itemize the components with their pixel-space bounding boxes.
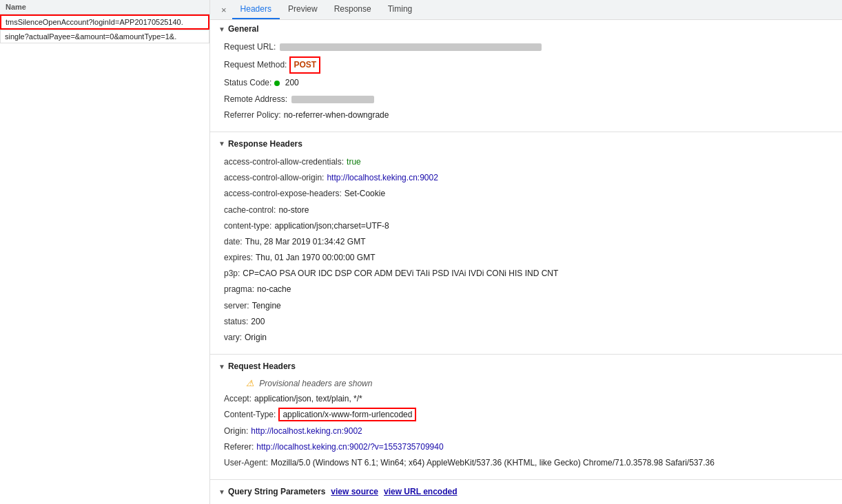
request-headers-section: ▼ Request Headers ⚠ Provisional headers … [210,357,842,476]
response-headers-section-header[interactable]: ▼ Response Headers [210,135,842,153]
reqh-row-1: Content-Type: application/x-www-form-url… [224,407,842,423]
referrer-policy-label: Referrer Policy: [224,109,284,122]
rh-row-2: access-control-expose-headers: Set-Cooki… [224,186,842,202]
post-badge: POST [289,56,320,74]
rh-row-10: status: 200 [224,314,842,330]
reqh-row-4: User-Agent: Mozilla/5.0 (Windows NT 6.1;… [224,455,842,471]
rh-key-5: date: [224,235,245,249]
request-method-row: Request Method: POST [224,55,842,75]
response-headers-section: ▼ Response Headers access-control-allow-… [210,135,842,351]
reqh-key-1: Content-Type: [224,408,278,421]
tab-preview[interactable]: Preview [280,0,326,19]
request-headers-section-header[interactable]: ▼ Request Headers [210,357,842,375]
rh-key-11: vary: [224,331,245,344]
tab-bar: × Headers Preview Response Timing [210,0,842,20]
reqh-row-3: Referer: http://localhost.keking.cn:9002… [224,439,842,455]
request-url-blurred [280,43,542,51]
query-string-section: ▼ Query String Parameters view source vi… [210,483,842,504]
referrer-policy-row: Referrer Policy: no-referrer-when-downgr… [224,107,842,123]
rh-val-7: CP=CAO PSA OUR IDC DSP COR ADM DEVi TAIi… [243,267,558,280]
rh-row-6: expires: Thu, 01 Jan 1970 00:00:00 GMT [224,250,842,266]
request-method-label: Request Method: [224,59,289,72]
response-headers-label: Response Headers [228,139,302,149]
request-headers-body: ⚠ Provisional headers are shown Accept: … [210,375,842,476]
request-headers-label: Request Headers [228,361,296,371]
general-section-header[interactable]: ▼ General [210,20,842,38]
remote-address-value [290,93,376,106]
reqh-key-2: Origin: [224,425,251,438]
name-column-header: Name [0,0,209,14]
rh-val-4: application/json;charset=UTF-8 [274,220,389,233]
right-panel: × Headers Preview Response Timing ▼ Gene… [210,0,842,504]
rh-val-0: true [347,156,361,169]
query-string-section-header[interactable]: ▼ Query String Parameters view source vi… [210,483,842,501]
reqh-val-4: Mozilla/5.0 (Windows NT 6.1; Win64; x64)… [271,456,715,470]
remote-address-label: Remote Address: [224,93,290,106]
rh-val-5: Thu, 28 Mar 2019 01:34:42 GMT [245,235,366,249]
rh-key-8: pragma: [224,283,257,296]
rh-key-1: access-control-allow-origin: [224,171,327,185]
rh-val-11: Origin [245,331,267,344]
rh-val-3: no-store [278,204,309,217]
status-code-value: 200 [274,76,298,90]
provisional-note: ⚠ Provisional headers are shown [224,377,842,391]
rh-val-1: http://localhost.keking.cn:9002 [327,171,438,185]
rh-val-9: Tengine [252,300,281,313]
collapse-arrow-icon: ▼ [218,488,225,496]
reqh-row-2: Origin: http://localhost.keking.cn:9002 [224,423,842,439]
response-headers-body: access-control-allow-credentials: true a… [210,153,842,351]
general-section-body: Request URL: Request Method: POST Status… [210,38,842,129]
view-source-link[interactable]: view source [331,487,378,496]
request-url-row: Request URL: [224,39,842,55]
request-url-label: Request URL: [224,41,278,54]
reqh-key-4: User-Agent: [224,456,271,470]
list-item[interactable]: tmsSilenceOpenAccount?loginId=APP2017052… [0,14,209,30]
query-string-body: loginId APP20170525140450MgZZR [210,501,842,504]
tab-response[interactable]: Response [326,0,380,19]
reqh-row-0: Accept: application/json, text/plain, */… [224,391,842,407]
content-type-box: application/x-www-form-urlencoded [278,408,416,421]
rh-row-0: access-control-allow-credentials: true [224,154,842,170]
list-item[interactable]: single?actualPayee=&amount=0&amountType=… [0,30,209,43]
view-url-encoded-link[interactable]: view URL encoded [384,487,457,496]
remote-address-row: Remote Address: [224,92,842,107]
reqh-key-3: Referer: [224,441,256,454]
rh-val-2: Set-Cookie [345,187,385,200]
content-area: ▼ General Request URL: Request Method: P… [210,20,842,504]
rh-row-9: server: Tengine [224,298,842,314]
rh-row-11: vary: Origin [224,330,842,346]
rh-key-3: cache-control: [224,204,278,217]
rh-key-7: p3p: [224,267,243,280]
warning-icon: ⚠ [246,378,254,388]
collapse-arrow-icon: ▼ [218,25,225,33]
status-code-row: Status Code: 200 [224,75,842,91]
rh-key-0: access-control-allow-credentials: [224,156,347,169]
tab-headers[interactable]: Headers [232,0,280,19]
collapse-arrow-icon: ▼ [218,363,225,370]
general-section-label: General [228,24,259,34]
referrer-policy-value: no-referrer-when-downgrade [284,109,389,122]
rh-key-4: content-type: [224,220,274,233]
rh-key-6: expires: [224,251,256,264]
rh-val-8: no-cache [257,283,291,296]
rh-row-4: content-type: application/json;charset=U… [224,218,842,234]
rh-row-3: cache-control: no-store [224,202,842,218]
reqh-val-3: http://localhost.keking.cn:9002/?v=15537… [256,441,443,454]
close-icon[interactable]: × [216,1,232,19]
reqh-key-0: Accept: [224,392,254,406]
request-method-value: POST [289,56,320,74]
reqh-val-1: application/x-www-form-urlencoded [278,408,416,421]
reqh-val-0: application/json, text/plain, */* [254,392,362,406]
rh-row-7: p3p: CP=CAO PSA OUR IDC DSP COR ADM DEVi… [224,266,842,282]
collapse-arrow-icon: ▼ [218,140,225,147]
tab-timing[interactable]: Timing [380,0,421,19]
rh-row-5: date: Thu, 28 Mar 2019 01:34:42 GMT [224,234,842,250]
status-code-label: Status Code: [224,76,274,90]
request-url-value [278,41,543,54]
rh-key-2: access-control-expose-headers: [224,187,345,200]
rh-row-1: access-control-allow-origin: http://loca… [224,170,842,186]
general-section: ▼ General Request URL: Request Method: P… [210,20,842,129]
rh-val-10: 200 [251,315,265,328]
reqh-val-2: http://localhost.keking.cn:9002 [251,425,362,438]
rh-val-6: Thu, 01 Jan 1970 00:00:00 GMT [256,251,375,264]
